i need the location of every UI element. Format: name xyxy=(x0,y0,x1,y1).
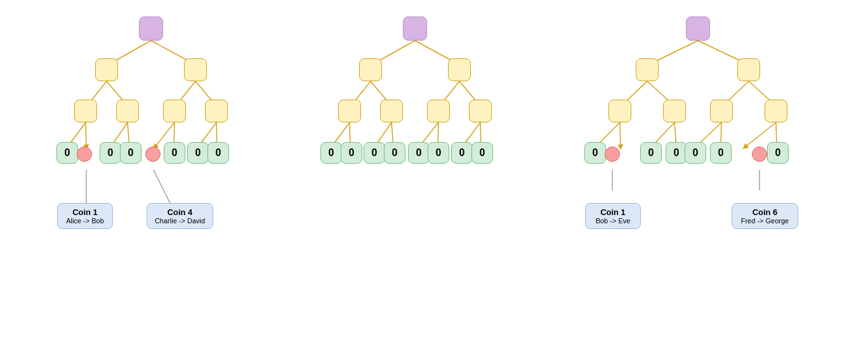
l3-3-t2 xyxy=(427,100,450,122)
leaf-4-t3: 0 xyxy=(685,142,706,164)
svg-line-7 xyxy=(86,122,86,147)
leaf-7-t3: 0 xyxy=(767,142,789,164)
l2-left-3 xyxy=(636,58,659,81)
leaf-5-t1: 0 xyxy=(164,142,185,164)
l2-left-2 xyxy=(359,58,382,81)
l3-2-t3 xyxy=(663,100,686,122)
root-node-2 xyxy=(403,16,427,41)
leaf-1-circle-t3 xyxy=(605,147,620,162)
coin-label-1-alice-bob: Coin 1 Alice -> Bob xyxy=(57,203,113,229)
leaf-5-t2: 0 xyxy=(428,142,449,164)
l2-right-1 xyxy=(184,58,207,81)
l3-3-t3 xyxy=(710,100,733,122)
coin-label-6-fred-george: Coin 6 Fred -> George xyxy=(732,203,798,229)
leaf-2-t1: 0 xyxy=(100,142,121,164)
tree-2: 0 0 0 0 0 0 0 0 xyxy=(317,13,513,336)
leaf-6-t2: 0 xyxy=(451,142,473,164)
l3-4-t3 xyxy=(765,100,787,122)
leaf-3-t3: 0 xyxy=(666,142,687,164)
leaf-2-t3: 0 xyxy=(640,142,662,164)
l3-2-t2 xyxy=(380,100,403,122)
diagram-container: 0 0 0 0 0 0 Coin 1 Alice -> Bob Coin 4 C… xyxy=(0,0,868,336)
leaf-4-t2: 0 xyxy=(408,142,430,164)
leaf-2-t2: 0 xyxy=(364,142,385,164)
svg-line-37 xyxy=(620,122,621,147)
l3-1 xyxy=(74,100,97,122)
leaf-0-t2: 0 xyxy=(320,142,342,164)
tree1-svg xyxy=(53,13,249,336)
l2-right-2 xyxy=(448,58,471,81)
tree-3: 0 0 0 0 0 0 Coin 1 Bob -> Eve Coin 6 Fre… xyxy=(581,13,815,336)
root-node-3 xyxy=(686,16,710,41)
l2-left-1 xyxy=(95,58,118,81)
l3-4-t2 xyxy=(469,100,492,122)
l3-1-t2 xyxy=(338,100,361,122)
l3-2 xyxy=(116,100,139,122)
l3-1-t3 xyxy=(608,100,631,122)
l3-4 xyxy=(205,100,228,122)
root-node-1 xyxy=(139,16,163,41)
coin-label-1-bob-eve: Coin 1 Bob -> Eve xyxy=(585,203,641,229)
leaf-6-circle-t3 xyxy=(752,147,767,162)
leaf-1-t2: 0 xyxy=(341,142,362,164)
leaf-0-t3: 0 xyxy=(584,142,606,164)
l3-3 xyxy=(163,100,186,122)
coin-label-4-charlie-david: Coin 4 Charlie -> David xyxy=(147,203,213,229)
leaf-1-circle-t1 xyxy=(77,147,92,162)
leaf-7-t1: 0 xyxy=(207,142,229,164)
leaf-0-t1: 0 xyxy=(56,142,78,164)
svg-line-15 xyxy=(154,170,170,203)
l2-right-3 xyxy=(737,58,760,81)
leaf-7-t2: 0 xyxy=(471,142,493,164)
leaf-5-t3: 0 xyxy=(710,142,732,164)
leaf-3-t1: 0 xyxy=(120,142,141,164)
leaf-6-t1: 0 xyxy=(187,142,209,164)
leaf-4-circle-t1 xyxy=(145,147,161,162)
tree-1: 0 0 0 0 0 0 Coin 1 Alice -> Bob Coin 4 C… xyxy=(53,13,249,336)
leaf-3-t2: 0 xyxy=(384,142,405,164)
